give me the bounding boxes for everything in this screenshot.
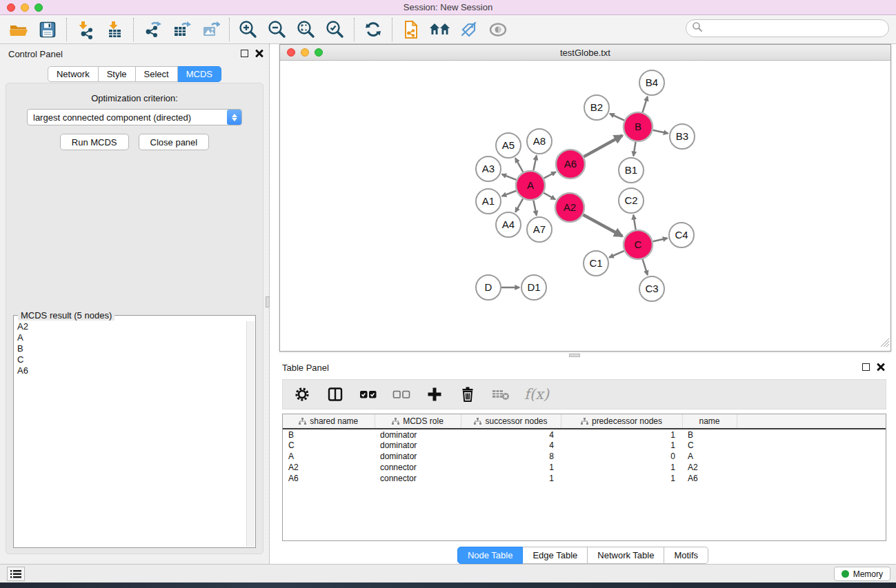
table-cell[interactable]: C [682,440,737,451]
zoom-out-icon[interactable] [266,19,289,41]
close-panel-button[interactable]: Close panel [139,134,210,150]
table-row[interactable]: Cdominator41C [283,440,886,451]
column-header-successor-nodes[interactable]: successor nodes [461,414,561,429]
search-field[interactable] [686,19,889,37]
table-cell[interactable]: 1 [561,473,682,484]
network-view-window[interactable]: testGlobe.txt B4B2BB3A5A8A6A3AB1A1C2A4A7… [279,44,891,352]
close-panel-icon[interactable] [255,49,263,57]
tab-node-table[interactable]: Node Table [457,547,524,564]
graph-edge-C-C1[interactable] [609,251,624,258]
tab-select[interactable]: Select [136,66,178,82]
close-table-panel-icon[interactable] [877,363,885,371]
delete-row-icon[interactable] [458,385,477,404]
zoom-in-icon[interactable] [237,19,260,41]
table-cell[interactable]: dominator [375,440,461,451]
delete-table-icon[interactable] [491,385,510,404]
table-cell[interactable]: A [283,451,375,462]
select-stepper-icon[interactable] [227,110,241,125]
graph-edge-C-C3[interactable] [643,259,648,275]
graph-edge-C-C2[interactable] [633,215,635,230]
horizontal-splitter-handle[interactable] [569,354,580,357]
criterion-select[interactable]: largest connected component (directed) [27,109,242,125]
mcds-result-item[interactable]: C [14,354,246,365]
tab-motifs[interactable]: Motifs [664,547,708,564]
vertical-splitter-handle[interactable] [266,296,270,307]
table-cell[interactable]: dominator [375,429,461,440]
table-cell[interactable]: 1 [461,473,561,484]
table-cell[interactable]: A6 [283,473,375,484]
add-row-icon[interactable] [425,385,444,404]
table-row[interactable]: Bdominator41B [283,429,886,440]
function-builder-icon[interactable]: f(x) [524,386,549,403]
graph-edge-A2-C[interactable] [583,215,622,236]
resize-grip-icon[interactable] [881,338,890,350]
table-cell[interactable]: 1 [561,440,682,451]
mcds-result-item[interactable]: A6 [14,365,246,376]
graph-edge-A-A6[interactable] [544,172,555,178]
mcds-result-list[interactable]: A2ABCA6 [14,321,246,547]
tab-network-table[interactable]: Network Table [588,547,664,564]
mcds-result-scrollbar[interactable] [246,321,255,547]
table-cell[interactable]: A6 [682,473,737,484]
float-table-panel-icon[interactable] [862,363,870,371]
settings-gear-icon[interactable] [292,385,312,404]
apply-layout-icon[interactable] [361,19,385,41]
graph-edge-A-A7[interactable] [533,201,536,216]
table-cell[interactable]: dominator [375,451,461,462]
export-network-icon[interactable] [141,19,164,41]
float-panel-icon[interactable] [241,50,248,57]
table-row[interactable]: A2connector11A2 [283,462,886,473]
graph-edge-A-A8[interactable] [533,156,536,171]
task-history-button[interactable] [7,567,25,581]
column-header-name[interactable]: name [682,414,737,429]
table-cell[interactable]: A2 [283,462,375,473]
show-graphics-details-icon[interactable] [486,19,510,41]
zoom-selected-icon[interactable] [323,19,347,41]
export-image-icon[interactable] [199,19,222,41]
table-cell[interactable]: 1 [561,429,682,440]
graph-edge-B-B3[interactable] [653,130,668,134]
open-session-icon[interactable] [7,19,30,41]
table-cell[interactable]: connector [375,462,461,473]
table-cell[interactable]: A [682,451,737,462]
run-mcds-button[interactable]: Run MCDS [60,134,129,150]
table-cell[interactable]: 4 [461,429,561,440]
graph-edge-A-A4[interactable] [515,199,523,212]
tab-style[interactable]: Style [99,66,136,82]
import-table-icon[interactable] [103,19,126,41]
search-input[interactable] [703,23,875,34]
graph-edge-B-B4[interactable] [643,97,648,112]
toggle-labels-icon[interactable] [457,19,481,41]
graph-edge-A-A2[interactable] [544,193,555,199]
save-session-icon[interactable] [36,19,59,41]
column-header-MCDS-role[interactable]: MCDS role [375,414,461,429]
graph-edge-C-C4[interactable] [653,239,667,242]
tab-edge-table[interactable]: Edge Table [523,547,588,564]
split-view-icon[interactable] [326,385,345,404]
graph-edge-A-A3[interactable] [502,174,517,180]
import-network-icon[interactable] [74,19,97,41]
table-cell[interactable]: C [283,440,375,451]
table-cell[interactable]: connector [375,473,461,484]
deselect-all-icon[interactable] [392,385,411,404]
table-cell[interactable]: 8 [461,451,561,462]
open-session-file-icon[interactable] [399,19,423,41]
table-cell[interactable]: B [283,429,375,440]
network-window-titlebar[interactable]: testGlobe.txt [280,45,890,61]
table-cell[interactable]: 1 [561,462,682,473]
tab-mcds[interactable]: MCDS [178,66,221,82]
column-header-predecessor-nodes[interactable]: predecessor nodes [561,414,682,429]
export-table-icon[interactable] [170,19,193,41]
column-header-shared-name[interactable]: shared name [283,414,375,429]
graph-edge-A-A1[interactable] [502,191,517,196]
graph-edge-B-B2[interactable] [610,114,624,121]
table-row[interactable]: A6connector11A6 [283,473,886,484]
table-cell[interactable]: 1 [461,462,561,473]
memory-button[interactable]: Memory [834,567,890,581]
graph-edge-B-B1[interactable] [633,142,635,156]
network-canvas[interactable]: B4B2BB3A5A8A6A3AB1A1C2A4A7A2CC4C1C3DD1 [280,61,890,351]
table-cell[interactable]: B [682,429,737,440]
tab-network[interactable]: Network [48,66,99,82]
graph-edge-A-A5[interactable] [515,158,523,172]
table-cell[interactable]: 0 [561,451,682,462]
